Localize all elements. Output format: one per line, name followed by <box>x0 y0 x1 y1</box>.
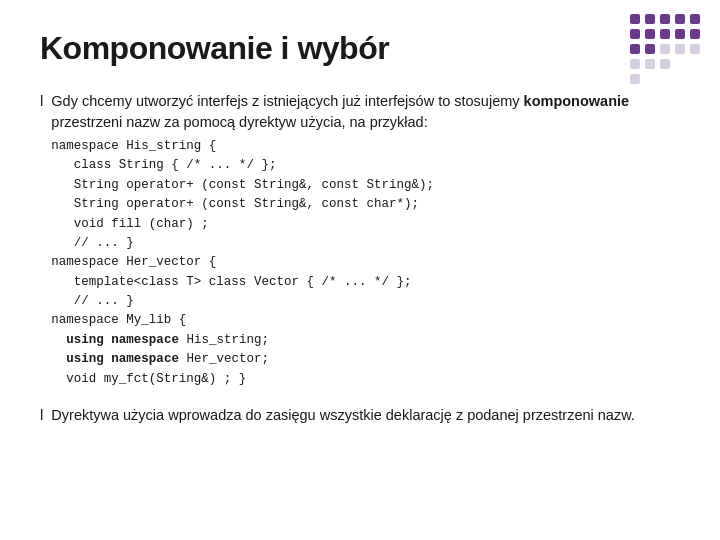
dot <box>645 29 655 39</box>
dot <box>690 29 700 39</box>
bullet-item-1: l Gdy chcemy utworzyć interfejs z istnie… <box>40 91 680 389</box>
bullet-text-2-content: Dyrektywa użycia wprowadza do zasięgu ws… <box>51 405 635 426</box>
bullet-item-2: l Dyrektywa użycia wprowadza do zasięgu … <box>40 405 680 426</box>
dot <box>675 59 685 69</box>
bullet-marker-2: l <box>40 406 43 423</box>
dot <box>645 14 655 24</box>
dot <box>660 74 670 84</box>
dot <box>690 44 700 54</box>
dot <box>660 59 670 69</box>
slide: Komponowanie i wybór l Gdy chcemy utworz… <box>0 0 720 540</box>
dot <box>645 74 655 84</box>
dot <box>660 29 670 39</box>
bullet-text-1-content: Gdy chcemy utworzyć interfejs z istnieją… <box>51 93 629 130</box>
dot <box>660 14 670 24</box>
dot <box>675 14 685 24</box>
dot <box>690 59 700 69</box>
slide-title: Komponowanie i wybór <box>40 30 680 67</box>
dot <box>630 59 640 69</box>
bullet-text-1: Gdy chcemy utworzyć interfejs z istnieją… <box>51 91 680 389</box>
dot <box>630 14 640 24</box>
decorative-dots <box>630 14 702 86</box>
dot <box>630 29 640 39</box>
slide-content: l Gdy chcemy utworzyć interfejs z istnie… <box>40 91 680 436</box>
bullet-marker-1: l <box>40 92 43 109</box>
dot <box>675 44 685 54</box>
dot <box>690 74 700 84</box>
code-block: namespace His_string { class String { /*… <box>51 137 680 389</box>
dot <box>630 44 640 54</box>
dot <box>675 74 685 84</box>
dot <box>660 44 670 54</box>
dot <box>690 14 700 24</box>
dot <box>645 59 655 69</box>
dot <box>630 74 640 84</box>
dot <box>675 29 685 39</box>
dot <box>645 44 655 54</box>
